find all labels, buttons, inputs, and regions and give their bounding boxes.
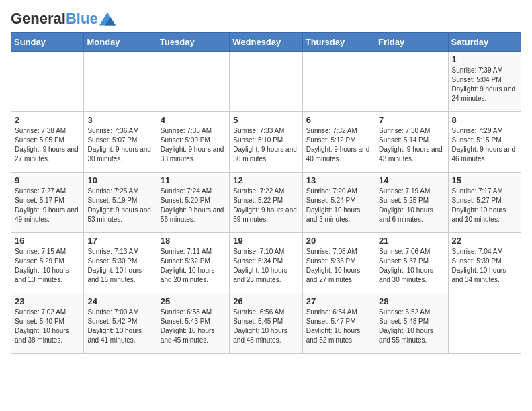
day-number: 3 [87, 115, 152, 125]
weekday-header-row: SundayMondayTuesdayWednesdayThursdayFrid… [11, 33, 521, 52]
weekday-header-thursday: Thursday [302, 33, 375, 52]
calendar-cell: 10Sunrise: 7:25 AM Sunset: 5:19 PM Dayli… [84, 173, 157, 233]
calendar-cell: 9Sunrise: 7:27 AM Sunset: 5:17 PM Daylig… [11, 173, 84, 233]
calendar-cell: 12Sunrise: 7:22 AM Sunset: 5:22 PM Dayli… [230, 173, 302, 233]
calendar-cell: 24Sunrise: 7:00 AM Sunset: 5:42 PM Dayli… [84, 293, 157, 354]
page-header: GeneralBlue [11, 11, 521, 27]
logo: GeneralBlue [11, 11, 116, 27]
calendar-cell: 20Sunrise: 7:08 AM Sunset: 5:35 PM Dayli… [302, 233, 375, 293]
calendar-cell: 6Sunrise: 7:32 AM Sunset: 5:12 PM Daylig… [302, 112, 375, 173]
day-info: Sunrise: 6:54 AM Sunset: 5:47 PM Dayligh… [306, 308, 371, 345]
day-info: Sunrise: 6:58 AM Sunset: 5:43 PM Dayligh… [161, 308, 226, 345]
calendar-cell: 2Sunrise: 7:38 AM Sunset: 5:05 PM Daylig… [11, 112, 84, 173]
calendar-cell: 26Sunrise: 6:56 AM Sunset: 5:45 PM Dayli… [230, 293, 302, 354]
day-number: 24 [87, 296, 152, 306]
day-number: 28 [379, 296, 444, 306]
calendar-cell: 4Sunrise: 7:35 AM Sunset: 5:09 PM Daylig… [157, 112, 229, 173]
day-number: 12 [233, 175, 298, 185]
calendar-cell [448, 293, 521, 354]
day-info: Sunrise: 7:11 AM Sunset: 5:32 PM Dayligh… [161, 247, 226, 285]
day-number: 1 [452, 54, 517, 64]
day-info: Sunrise: 7:17 AM Sunset: 5:27 PM Dayligh… [452, 187, 517, 224]
calendar-cell [302, 52, 375, 112]
logo-icon [99, 12, 116, 26]
calendar-cell: 13Sunrise: 7:20 AM Sunset: 5:24 PM Dayli… [302, 173, 375, 233]
day-info: Sunrise: 7:39 AM Sunset: 5:04 PM Dayligh… [452, 66, 517, 103]
day-number: 20 [306, 236, 371, 246]
day-number: 15 [452, 175, 517, 185]
calendar-cell: 11Sunrise: 7:24 AM Sunset: 5:20 PM Dayli… [157, 173, 229, 233]
day-number: 4 [161, 115, 226, 125]
day-number: 8 [452, 115, 517, 125]
day-info: Sunrise: 7:15 AM Sunset: 5:29 PM Dayligh… [15, 247, 80, 285]
calendar-week-row: 1Sunrise: 7:39 AM Sunset: 5:04 PM Daylig… [11, 52, 521, 112]
day-number: 23 [15, 296, 80, 306]
weekday-header-monday: Monday [84, 33, 157, 52]
logo-text: GeneralBlue [11, 11, 98, 27]
day-number: 11 [161, 175, 226, 185]
day-number: 22 [452, 236, 517, 246]
weekday-header-tuesday: Tuesday [157, 33, 229, 52]
day-info: Sunrise: 7:32 AM Sunset: 5:12 PM Dayligh… [306, 126, 371, 164]
day-info: Sunrise: 7:25 AM Sunset: 5:19 PM Dayligh… [87, 187, 152, 224]
calendar-cell: 7Sunrise: 7:30 AM Sunset: 5:14 PM Daylig… [375, 112, 448, 173]
calendar-cell: 25Sunrise: 6:58 AM Sunset: 5:43 PM Dayli… [157, 293, 229, 354]
day-info: Sunrise: 6:52 AM Sunset: 5:48 PM Dayligh… [379, 308, 444, 345]
calendar-cell: 27Sunrise: 6:54 AM Sunset: 5:47 PM Dayli… [302, 293, 375, 354]
calendar-cell: 21Sunrise: 7:06 AM Sunset: 5:37 PM Dayli… [375, 233, 448, 293]
calendar-cell [84, 52, 157, 112]
day-info: Sunrise: 7:27 AM Sunset: 5:17 PM Dayligh… [15, 187, 80, 224]
day-info: Sunrise: 7:02 AM Sunset: 5:40 PM Dayligh… [15, 308, 80, 345]
day-number: 13 [306, 175, 371, 185]
calendar-cell: 23Sunrise: 7:02 AM Sunset: 5:40 PM Dayli… [11, 293, 84, 354]
calendar-cell: 15Sunrise: 7:17 AM Sunset: 5:27 PM Dayli… [448, 173, 521, 233]
day-info: Sunrise: 7:10 AM Sunset: 5:34 PM Dayligh… [233, 247, 298, 285]
calendar-cell: 19Sunrise: 7:10 AM Sunset: 5:34 PM Dayli… [230, 233, 302, 293]
calendar-cell: 5Sunrise: 7:33 AM Sunset: 5:10 PM Daylig… [230, 112, 302, 173]
calendar-cell [157, 52, 229, 112]
day-number: 26 [233, 296, 298, 306]
day-number: 17 [87, 236, 152, 246]
calendar-cell: 17Sunrise: 7:13 AM Sunset: 5:30 PM Dayli… [84, 233, 157, 293]
calendar-week-row: 23Sunrise: 7:02 AM Sunset: 5:40 PM Dayli… [11, 293, 521, 354]
weekday-header-friday: Friday [375, 33, 448, 52]
calendar-cell: 3Sunrise: 7:36 AM Sunset: 5:07 PM Daylig… [84, 112, 157, 173]
day-info: Sunrise: 7:35 AM Sunset: 5:09 PM Dayligh… [161, 126, 226, 164]
day-number: 16 [15, 236, 80, 246]
calendar-cell [375, 52, 448, 112]
day-number: 9 [15, 175, 80, 185]
day-info: Sunrise: 7:24 AM Sunset: 5:20 PM Dayligh… [161, 187, 226, 224]
day-number: 5 [233, 115, 298, 125]
day-info: Sunrise: 6:56 AM Sunset: 5:45 PM Dayligh… [233, 308, 298, 345]
day-number: 14 [379, 175, 444, 185]
day-info: Sunrise: 7:04 AM Sunset: 5:39 PM Dayligh… [452, 247, 517, 285]
day-info: Sunrise: 7:00 AM Sunset: 5:42 PM Dayligh… [87, 308, 152, 345]
day-number: 10 [87, 175, 152, 185]
day-info: Sunrise: 7:29 AM Sunset: 5:15 PM Dayligh… [452, 126, 517, 164]
calendar-week-row: 16Sunrise: 7:15 AM Sunset: 5:29 PM Dayli… [11, 233, 521, 293]
day-info: Sunrise: 7:22 AM Sunset: 5:22 PM Dayligh… [233, 187, 298, 224]
day-info: Sunrise: 7:13 AM Sunset: 5:30 PM Dayligh… [87, 247, 152, 285]
day-info: Sunrise: 7:30 AM Sunset: 5:14 PM Dayligh… [379, 126, 444, 164]
calendar-cell [230, 52, 302, 112]
weekday-header-saturday: Saturday [448, 33, 521, 52]
day-info: Sunrise: 7:36 AM Sunset: 5:07 PM Dayligh… [87, 126, 152, 164]
day-info: Sunrise: 7:38 AM Sunset: 5:05 PM Dayligh… [15, 126, 80, 164]
day-number: 6 [306, 115, 371, 125]
calendar-cell: 1Sunrise: 7:39 AM Sunset: 5:04 PM Daylig… [448, 52, 521, 112]
calendar-week-row: 2Sunrise: 7:38 AM Sunset: 5:05 PM Daylig… [11, 112, 521, 173]
day-info: Sunrise: 7:19 AM Sunset: 5:25 PM Dayligh… [379, 187, 444, 224]
calendar-cell: 16Sunrise: 7:15 AM Sunset: 5:29 PM Dayli… [11, 233, 84, 293]
weekday-header-sunday: Sunday [11, 33, 84, 52]
calendar-cell: 14Sunrise: 7:19 AM Sunset: 5:25 PM Dayli… [375, 173, 448, 233]
calendar-cell: 8Sunrise: 7:29 AM Sunset: 5:15 PM Daylig… [448, 112, 521, 173]
calendar-week-row: 9Sunrise: 7:27 AM Sunset: 5:17 PM Daylig… [11, 173, 521, 233]
day-number: 18 [161, 236, 226, 246]
day-number: 25 [161, 296, 226, 306]
day-info: Sunrise: 7:33 AM Sunset: 5:10 PM Dayligh… [233, 126, 298, 164]
day-info: Sunrise: 7:06 AM Sunset: 5:37 PM Dayligh… [379, 247, 444, 285]
day-number: 19 [233, 236, 298, 246]
day-info: Sunrise: 7:08 AM Sunset: 5:35 PM Dayligh… [306, 247, 371, 285]
calendar-cell: 22Sunrise: 7:04 AM Sunset: 5:39 PM Dayli… [448, 233, 521, 293]
day-info: Sunrise: 7:20 AM Sunset: 5:24 PM Dayligh… [306, 187, 371, 224]
